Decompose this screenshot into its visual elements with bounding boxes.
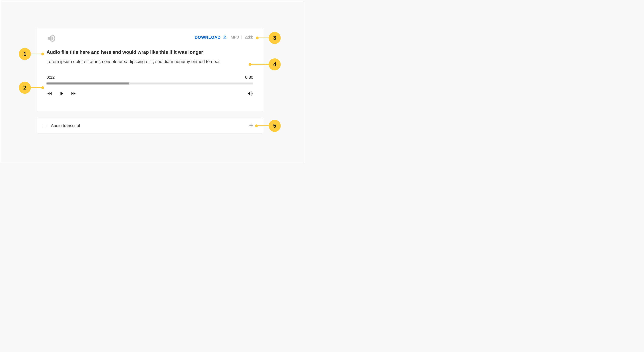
file-size: 22kb: [245, 35, 253, 39]
transcript-panel[interactable]: Audio transcript: [37, 118, 263, 133]
elapsed-time: 0:12: [46, 75, 55, 80]
progress-fill: [46, 82, 129, 84]
rewind-button[interactable]: [46, 91, 53, 96]
callout-2-line: [30, 87, 42, 88]
callout-3: 3: [269, 32, 281, 44]
download-icon: [222, 35, 227, 40]
play-button[interactable]: [58, 90, 64, 97]
file-format: MP3: [231, 35, 239, 39]
callout-3-line: [258, 38, 269, 38]
callout-1-line: [30, 54, 42, 54]
transcript-icon: [42, 123, 47, 128]
volume-button[interactable]: [247, 91, 253, 97]
callout-1-dot: [41, 53, 44, 55]
file-meta: MP3 | 22kb: [231, 35, 253, 40]
callout-5-dot: [255, 124, 258, 127]
callout-5: 5: [269, 120, 281, 132]
progress-track[interactable]: [46, 82, 253, 84]
total-time: 0:30: [245, 75, 253, 80]
transcript-left: Audio transcript: [42, 123, 80, 128]
expand-icon[interactable]: [249, 123, 253, 128]
forward-button[interactable]: [70, 91, 76, 96]
callout-3-dot: [256, 37, 259, 39]
player-header: DOWNLOAD MP3 | 22kb: [46, 33, 253, 44]
audio-player-card: DOWNLOAD MP3 | 22kb Audio file title her…: [37, 28, 263, 112]
playback-controls: [46, 90, 76, 97]
audio-icon: [46, 33, 56, 44]
audio-title: Audio file title here and here and would…: [46, 49, 253, 55]
transcript-label: Audio transcript: [51, 123, 80, 128]
callout-2-dot: [41, 86, 44, 89]
callout-4: 4: [269, 58, 281, 70]
callout-4-line: [251, 64, 270, 65]
controls-row: [46, 90, 253, 97]
download-label: DOWNLOAD: [194, 35, 220, 40]
audio-description: Lorem ipsum dolor sit amet, consetetur s…: [46, 59, 253, 65]
time-row: 0:12 0:30: [46, 75, 253, 80]
callout-4-dot: [249, 63, 252, 66]
callout-5-line: [257, 125, 270, 126]
callout-1: 1: [19, 48, 31, 60]
download-link[interactable]: DOWNLOAD: [194, 35, 227, 40]
download-group: DOWNLOAD MP3 | 22kb: [194, 35, 253, 40]
file-separator: |: [241, 35, 242, 39]
callout-2: 2: [19, 82, 31, 94]
